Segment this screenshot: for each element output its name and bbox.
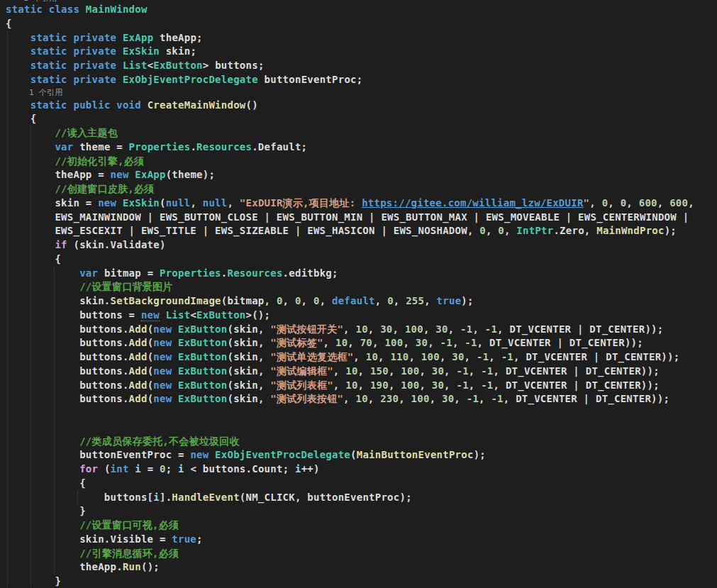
code-editor[interactable]: 1 个引用 static class MainWindow{ static pr… (0, 0, 717, 588)
code-line[interactable]: var bitmap = Properties.Resources.editbk… (6, 267, 717, 281)
code-line[interactable]: static private ExObjEventProcDelegate bu… (6, 73, 717, 87)
code-line[interactable]: for (int i = 0; i < buttons.Count; i++) (6, 462, 717, 477)
code-line[interactable]: skin.Visible = true; (6, 533, 717, 547)
code-line[interactable]: //读入主题包 (6, 126, 717, 140)
code-area[interactable]: 1 个引用 static class MainWindow{ static pr… (0, 0, 717, 588)
code-line[interactable]: } (6, 504, 717, 518)
code-line[interactable]: EWS_ESCEXIT | EWS_TITLE | EWS_SIZEABLE |… (6, 224, 717, 238)
code-line[interactable]: theApp = new ExApp(theme); (6, 168, 717, 182)
code-line[interactable]: buttons.Add(new ExButton(skin, "测试标签", 1… (6, 336, 717, 350)
code-line[interactable]: buttons.Add(new ExButton(skin, "测试单选复选框"… (6, 350, 717, 365)
code-line[interactable]: static private List<ExButton> buttons; (6, 59, 717, 73)
code-line[interactable]: static public void CreateMainWindow() (6, 99, 717, 113)
code-line[interactable]: //初始化引擎,必须 (6, 155, 717, 169)
code-line[interactable]: //设置窗口可视,必须 (6, 518, 717, 533)
code-line[interactable]: buttonEventProc = new ExObjEventProcDele… (6, 448, 717, 462)
code-line[interactable] (6, 421, 717, 435)
code-line[interactable]: static private ExSkin skin; (6, 45, 717, 59)
code-line[interactable]: buttons.Add(new ExButton(skin, "测试列表按钮",… (6, 392, 717, 406)
code-line[interactable]: { (6, 112, 717, 126)
code-line[interactable]: theApp.Run(); (6, 560, 717, 575)
code-line[interactable]: static class MainWindow (6, 3, 717, 17)
code-line[interactable]: { (6, 17, 717, 31)
code-line[interactable]: var theme = Properties.Resources.Default… (6, 140, 717, 155)
code-line[interactable]: { (6, 477, 717, 491)
code-line[interactable]: //创建窗口皮肤,必须 (6, 182, 717, 196)
code-line[interactable]: buttons[i].HandleEvent(NM_CLICK, buttonE… (6, 491, 717, 505)
code-line[interactable]: EWS_MAINWINDOW | EWS_BUTTON_CLOSE | EWS_… (6, 211, 717, 225)
code-line[interactable]: { (6, 253, 717, 267)
code-line[interactable]: //类成员保存委托,不会被垃圾回收 (6, 435, 717, 449)
code-line[interactable]: static private ExApp theApp; (6, 31, 717, 45)
code-line[interactable]: if (skin.Validate) (6, 238, 717, 253)
code-line[interactable] (6, 406, 717, 421)
code-line[interactable]: } (6, 575, 717, 588)
code-line[interactable]: //设置窗口背景图片 (6, 280, 717, 294)
codelens-references[interactable]: 1 个引用 (6, 87, 717, 99)
code-line[interactable]: skin = new ExSkin(null, null, "ExDUIR演示,… (6, 196, 717, 211)
gitee-link[interactable]: https://gitee.com/william_lzw/ExDUIR (362, 197, 583, 209)
code-line[interactable]: buttons.Add(new ExButton(skin, "测试编辑框", … (6, 365, 717, 379)
code-line[interactable]: buttons = new List<ExButton>(); (6, 309, 717, 323)
code-line[interactable]: buttons.Add(new ExButton(skin, "测试列表框", … (6, 379, 717, 393)
code-line[interactable]: //引擎消息循环,必须 (6, 547, 717, 561)
code-line[interactable]: buttons.Add(new ExButton(skin, "测试按钮开关",… (6, 323, 717, 337)
code-line[interactable]: skin.SetBackgroundImage(bitmap, 0, 0, 0,… (6, 294, 717, 309)
